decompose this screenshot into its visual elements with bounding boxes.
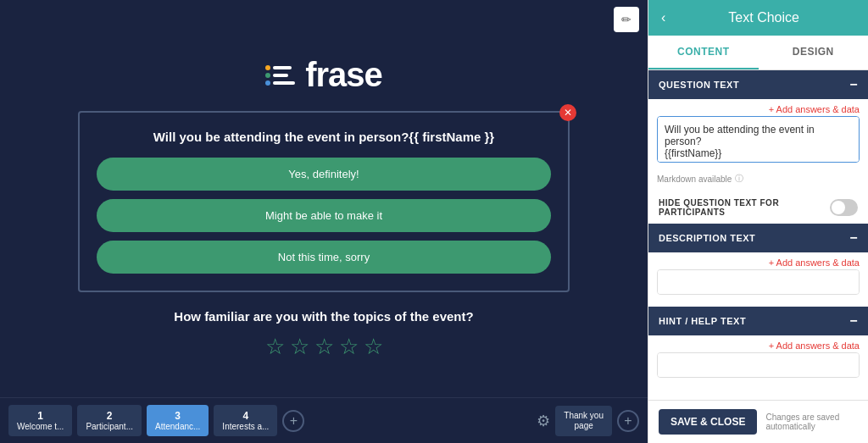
tab-2-label: Participant... bbox=[86, 422, 133, 431]
slide-close-button[interactable]: ✕ bbox=[559, 104, 576, 121]
tab-design[interactable]: DESIGN bbox=[759, 36, 869, 69]
slide-question-text: Will you be attending the event in perso… bbox=[97, 130, 551, 144]
description-text-label: DESCRIPTION TEXT bbox=[659, 233, 755, 243]
frase-logo: frase bbox=[265, 56, 382, 94]
panel-back-button[interactable]: ‹ bbox=[661, 10, 665, 25]
nav-tab-1[interactable]: 1 Welcome t... bbox=[8, 405, 72, 436]
tab-1-label: Welcome t... bbox=[17, 422, 64, 431]
tab-1-num: 1 bbox=[17, 410, 64, 422]
hint-text-collapse[interactable]: − bbox=[849, 313, 858, 329]
question-text-collapse[interactable]: − bbox=[849, 77, 858, 92]
right-panel: ‹ Text Choice CONTENT DESIGN QUESTION TE… bbox=[648, 0, 868, 443]
description-add-answers-button[interactable]: + Add answers & data bbox=[769, 257, 860, 268]
bottom-nav: 1 Welcome t... 2 Participant... 3 Attend… bbox=[0, 397, 648, 443]
question-slide: ✕ Will you be attending the event in per… bbox=[78, 111, 570, 292]
settings-icon[interactable]: ⚙ bbox=[537, 412, 550, 430]
hint-text-input[interactable] bbox=[657, 352, 860, 378]
panel-footer: SAVE & CLOSE Changes are saved automatic… bbox=[648, 400, 868, 443]
description-add-answers-row: + Add answers & data bbox=[648, 252, 868, 269]
question-text-input[interactable]: Will you be attending the event in perso… bbox=[657, 116, 860, 163]
star-5[interactable]: ☆ bbox=[364, 334, 383, 360]
question-text-label: QUESTION TEXT bbox=[659, 80, 739, 90]
star-4[interactable]: ☆ bbox=[339, 334, 359, 360]
description-text-collapse[interactable]: − bbox=[849, 230, 858, 246]
tab-4-label: Interests a... bbox=[222, 422, 269, 431]
add-slide-button[interactable]: + bbox=[282, 410, 304, 432]
add-after-thankyou-button[interactable]: + bbox=[617, 410, 639, 432]
hint-add-answers-row: + Add answers & data bbox=[648, 335, 868, 352]
star-rating: ☆ ☆ ☆ ☆ ☆ bbox=[51, 334, 597, 360]
second-question: How familiar are you with the topics of … bbox=[51, 309, 597, 360]
hint-text-label: HINT / HELP TEXT bbox=[659, 316, 746, 326]
tab-3-label: Attendanc... bbox=[155, 422, 200, 431]
tab-4-num: 4 bbox=[222, 410, 269, 422]
question-add-answers-button[interactable]: + Add answers & data bbox=[769, 104, 860, 114]
nav-tab-3[interactable]: 3 Attendanc... bbox=[147, 405, 209, 436]
question-add-answers-row: + Add answers & data bbox=[648, 99, 868, 116]
markdown-note: Markdown available ⓘ bbox=[648, 171, 868, 191]
frase-logo-text: frase bbox=[305, 56, 382, 94]
frase-logo-icon bbox=[265, 65, 295, 86]
nav-tab-2[interactable]: 2 Participant... bbox=[77, 405, 142, 436]
save-close-button[interactable]: SAVE & CLOSE bbox=[659, 409, 757, 435]
hint-add-answers-button[interactable]: + Add answers & data bbox=[769, 341, 860, 351]
slide-content: frase ✕ Will you be attending the event … bbox=[0, 39, 648, 397]
pencil-button[interactable]: ✏ bbox=[614, 7, 639, 32]
auto-save-text: Changes are saved automatically bbox=[765, 413, 858, 431]
panel-title: Text Choice bbox=[672, 10, 855, 25]
tab-content[interactable]: CONTENT bbox=[648, 36, 759, 69]
question-text-section-header: QUESTION TEXT − bbox=[648, 70, 868, 99]
markdown-note-text: Markdown available bbox=[657, 174, 732, 184]
hint-text-section-header: HINT / HELP TEXT − bbox=[648, 307, 868, 335]
tab-2-num: 2 bbox=[86, 410, 133, 422]
description-text-section-header: DESCRIPTION TEXT − bbox=[648, 224, 868, 252]
nav-tab-4[interactable]: 4 Interests a... bbox=[214, 405, 277, 436]
thankyou-tab[interactable]: Thank you page bbox=[555, 406, 612, 436]
tab-3-num: 3 bbox=[155, 410, 200, 422]
choice-3[interactable]: Not this time, sorry bbox=[97, 241, 551, 274]
star-2[interactable]: ☆ bbox=[290, 334, 309, 360]
panel-header: ‹ Text Choice bbox=[648, 0, 868, 36]
info-icon: ⓘ bbox=[735, 173, 743, 185]
preview-topbar: ✏ bbox=[0, 0, 648, 39]
hide-question-toggle-row: HIDE QUESTION TEXT FOR PARTICIPANTS bbox=[648, 191, 868, 224]
hide-question-toggle[interactable] bbox=[830, 199, 858, 216]
second-question-text: How familiar are you with the topics of … bbox=[51, 309, 597, 324]
star-1[interactable]: ☆ bbox=[265, 334, 285, 360]
choice-2[interactable]: Might be able to make it bbox=[97, 199, 551, 232]
main-layout: ✏ bbox=[0, 0, 868, 443]
panel-body: QUESTION TEXT − + Add answers & data Wil… bbox=[648, 70, 868, 400]
star-3[interactable]: ☆ bbox=[314, 334, 334, 360]
preview-area: ✏ bbox=[0, 0, 648, 443]
description-text-input[interactable] bbox=[657, 269, 860, 295]
panel-tabs: CONTENT DESIGN bbox=[648, 36, 868, 70]
choice-1[interactable]: Yes, definitely! bbox=[97, 158, 551, 191]
hide-question-label: HIDE QUESTION TEXT FOR PARTICIPANTS bbox=[659, 198, 830, 217]
